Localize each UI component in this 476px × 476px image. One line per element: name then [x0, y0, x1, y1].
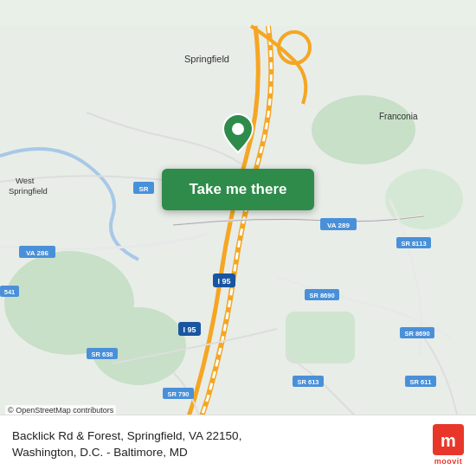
attribution-text: © OpenStreetMap contributors — [8, 406, 113, 415]
svg-point-2 — [91, 307, 186, 385]
svg-text:SR 8690: SR 8690 — [404, 330, 429, 338]
svg-text:SR 8690: SR 8690 — [309, 292, 334, 299]
svg-text:Franconia: Franconia — [379, 112, 418, 121]
address-line2: Washington, D.C. - Baltimore, MD — [12, 446, 188, 459]
svg-text:I 95: I 95 — [217, 277, 230, 286]
svg-text:SR 611: SR 611 — [409, 378, 431, 386]
svg-rect-5 — [286, 312, 355, 363]
moovit-label: moovit — [434, 457, 463, 466]
moovit-icon: m — [433, 424, 464, 455]
bottom-bar: Backlick Rd & Forest, Springfield, VA 22… — [0, 415, 476, 476]
svg-text:SR: SR — [138, 185, 148, 193]
svg-text:West: West — [16, 176, 35, 185]
svg-text:VA 286: VA 286 — [26, 249, 48, 257]
svg-text:SR 8113: SR 8113 — [401, 240, 426, 248]
svg-text:Springfield: Springfield — [184, 54, 229, 64]
svg-point-37 — [232, 123, 244, 135]
address-block: Backlick Rd & Forest, Springfield, VA 22… — [12, 428, 422, 461]
svg-text:541: 541 — [4, 288, 16, 296]
map-container: Springfield Franconia West Springfield S… — [0, 0, 476, 476]
svg-point-3 — [312, 95, 415, 164]
take-me-there-button[interactable]: Take me there — [162, 169, 314, 210]
location-pin — [221, 113, 255, 158]
address-line1: Backlick Rd & Forest, Springfield, VA 22… — [12, 429, 241, 442]
svg-text:VA 289: VA 289 — [327, 222, 350, 229]
svg-text:SR 638: SR 638 — [91, 351, 113, 358]
svg-text:SR 613: SR 613 — [297, 378, 318, 386]
svg-text:Springfield: Springfield — [9, 186, 48, 196]
svg-text:I 95: I 95 — [183, 325, 196, 334]
svg-text:m: m — [441, 431, 456, 450]
svg-text:SR 790: SR 790 — [167, 390, 189, 398]
moovit-logo: m moovit — [433, 424, 464, 466]
